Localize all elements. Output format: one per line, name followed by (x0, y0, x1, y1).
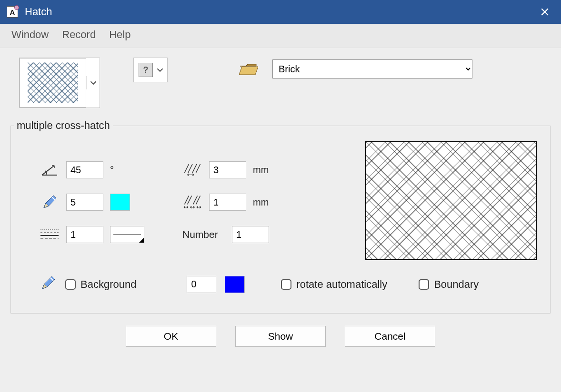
number-row: Number (182, 225, 306, 244)
help-pattern-button[interactable]: ? (133, 58, 168, 82)
dialog-content: ? Brick multiple cross-hatch (0, 48, 561, 352)
menu-window[interactable]: Window (11, 29, 49, 41)
checkbox-box (281, 279, 291, 290)
title-bar: A Hatch (0, 0, 561, 24)
group-legend: multiple cross-hatch (14, 119, 113, 132)
hatch-thumb-icon (28, 61, 78, 105)
boundary-label: Boundary (434, 278, 479, 291)
background-checkbox[interactable]: Background (65, 278, 136, 291)
spacing-icon (182, 193, 202, 212)
pattern-thumbnail (20, 58, 86, 108)
distance-input[interactable] (209, 161, 246, 178)
distance-icon (182, 160, 202, 179)
question-icon: ? (139, 63, 153, 77)
angle-unit: ° (110, 165, 114, 176)
folder-icon (239, 62, 258, 77)
hatch-preview-svg (366, 142, 536, 259)
options-row: Background rotate automatically Boundary (40, 274, 537, 294)
menu-help[interactable]: Help (109, 29, 130, 41)
linetype-icon (40, 228, 60, 241)
number-label: Number (182, 229, 225, 240)
ok-button[interactable]: OK (126, 326, 216, 347)
svg-rect-5 (28, 63, 78, 103)
menu-record[interactable]: Record (62, 29, 96, 41)
svg-line-12 (192, 164, 197, 173)
app-icon: A (7, 6, 18, 18)
chevron-down-icon (157, 67, 163, 73)
rotate-label: rotate automatically (296, 278, 387, 291)
angle-input[interactable] (66, 161, 103, 178)
svg-line-11 (188, 164, 192, 173)
rotate-checkbox[interactable]: rotate automatically (281, 278, 387, 291)
background-input[interactable] (187, 276, 216, 293)
pattern-preview-dropdown[interactable] (19, 58, 100, 108)
checkbox-box (65, 279, 76, 290)
middle-column: mm (182, 160, 306, 260)
svg-line-10 (185, 164, 189, 173)
top-toolbar: ? Brick (10, 58, 551, 108)
checkbox-box (419, 279, 429, 290)
number-input[interactable] (232, 226, 269, 243)
pencil-icon (40, 194, 60, 211)
pattern-dropdown-button[interactable] (86, 76, 100, 89)
left-column: ° (40, 160, 163, 260)
linetype-input[interactable] (66, 226, 103, 243)
boundary-checkbox[interactable]: Boundary (419, 278, 479, 291)
distance-row: mm (182, 160, 306, 179)
background-label: Background (80, 278, 136, 291)
angle-icon (40, 163, 60, 177)
pattern-select[interactable]: Brick (272, 59, 472, 78)
spacing-row: mm (182, 193, 306, 212)
folder-button[interactable] (239, 58, 258, 79)
svg-line-13 (196, 164, 200, 173)
distance-unit: mm (253, 165, 269, 176)
angle-row: ° (40, 160, 163, 179)
chevron-down-icon (90, 79, 97, 86)
linestyle-picker[interactable] (110, 226, 144, 243)
linetype-row (40, 225, 163, 244)
cancel-button[interactable]: Cancel (345, 326, 435, 347)
pen-color-swatch[interactable] (110, 194, 130, 211)
background-color-swatch[interactable] (225, 276, 245, 293)
dialog-buttons: OK Show Cancel (10, 326, 551, 347)
close-button[interactable] (535, 2, 554, 21)
pencil-icon (40, 274, 57, 294)
pen-row (40, 193, 163, 212)
close-icon (541, 8, 549, 16)
show-button[interactable]: Show (235, 326, 326, 347)
spacing-unit: mm (253, 197, 269, 208)
window-title: Hatch (25, 6, 52, 18)
svg-rect-28 (366, 142, 536, 259)
menu-bar: Window Record Help (0, 24, 561, 48)
hatch-params-group: multiple cross-hatch ° (10, 119, 551, 314)
hatch-preview (365, 141, 537, 260)
pen-input[interactable] (66, 194, 103, 211)
spacing-input[interactable] (209, 194, 246, 211)
